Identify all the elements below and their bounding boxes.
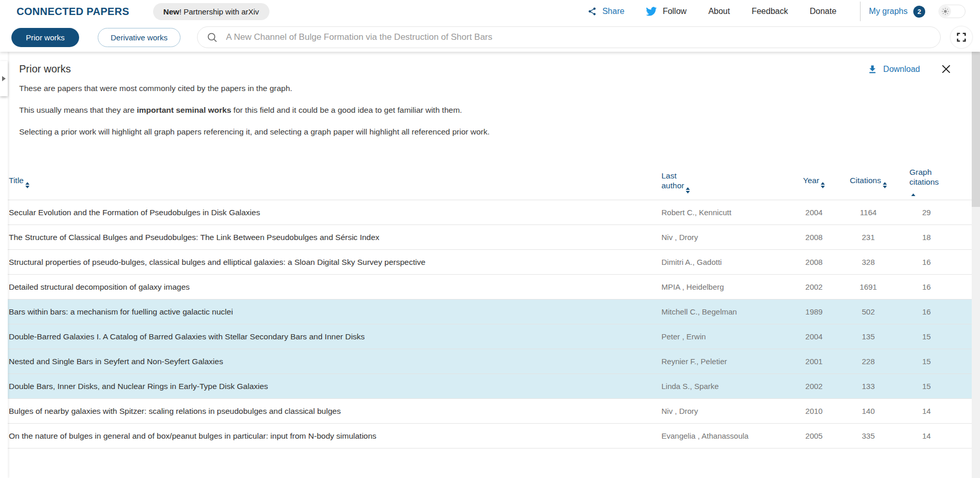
- paper-title-cell: Double-Barred Galaxies I. A Catalog of B…: [9, 332, 661, 341]
- table-row[interactable]: Bulges of nearby galaxies with Spitzer: …: [8, 399, 972, 424]
- citations-cell: 335: [862, 431, 875, 440]
- panel-description: These are papers that were most commonly…: [19, 83, 972, 137]
- table-row[interactable]: Structural properties of pseudo-bulges, …: [8, 250, 972, 275]
- table-row[interactable]: Double Bars, Inner Disks, and Nuclear Ri…: [8, 374, 972, 399]
- feedback-link[interactable]: Feedback: [751, 7, 788, 16]
- column-header-year[interactable]: Year: [803, 175, 825, 188]
- derivative-works-tab[interactable]: Derivative works: [98, 28, 180, 47]
- paper-title-cell: Secular Evolution and the Formation of P…: [9, 208, 661, 217]
- expand-panel-tab[interactable]: [0, 61, 8, 96]
- column-header-citations[interactable]: Citations: [850, 175, 886, 188]
- year-cell: 2001: [805, 357, 822, 366]
- table-row[interactable]: Secular Evolution and the Formation of P…: [8, 200, 972, 225]
- sort-asc-icon: [911, 193, 915, 196]
- last-author-cell: Dimitri A., Gadotti: [661, 258, 788, 266]
- download-button[interactable]: Download: [867, 64, 920, 74]
- panel-scrollbar[interactable]: [972, 52, 980, 478]
- panel-title: Prior works: [19, 63, 71, 75]
- fullscreen-icon: [956, 32, 967, 43]
- graph-citations-cell: 29: [922, 208, 931, 217]
- announcement-highlight: New: [163, 7, 179, 16]
- search-input[interactable]: [225, 32, 931, 43]
- graph-citations-cell: 15: [922, 357, 931, 366]
- table-header-row: Title Last author Year Citations Graph c…: [8, 164, 972, 200]
- paper-title-cell: Nested and Single Bars in Seyfert and No…: [9, 357, 661, 366]
- download-icon: [867, 64, 878, 74]
- top-header: CONNECTED PAPERS New! Partnership with a…: [0, 0, 980, 23]
- table-row[interactable]: Detailed structural decomposition of gal…: [8, 275, 972, 300]
- column-header-title[interactable]: Title: [9, 175, 661, 188]
- graph-citations-cell: 14: [922, 431, 931, 440]
- prior-works-panel: Prior works Download These are papers th…: [8, 52, 972, 478]
- paper-title-cell: Double Bars, Inner Disks, and Nuclear Ri…: [9, 382, 661, 391]
- my-graphs-link[interactable]: My graphs 2: [869, 6, 925, 18]
- sun-icon: [942, 8, 949, 15]
- year-cell: 1989: [805, 307, 822, 316]
- year-cell: 2002: [805, 282, 822, 291]
- paper-title-cell: Structural properties of pseudo-bulges, …: [9, 258, 661, 267]
- graph-citations-cell: 16: [922, 307, 931, 316]
- citations-cell: 133: [862, 382, 875, 391]
- table-row[interactable]: Double-Barred Galaxies I. A Catalog of B…: [8, 324, 972, 349]
- table-row[interactable]: Bars within bars: a mechanism for fuelli…: [8, 300, 972, 324]
- share-link[interactable]: Share: [587, 7, 625, 16]
- paper-title-cell: On the nature of bulges in general and o…: [9, 431, 661, 441]
- paper-title-cell: Bulges of nearby galaxies with Spitzer: …: [9, 407, 661, 416]
- donate-link[interactable]: Donate: [810, 7, 837, 16]
- follow-link[interactable]: Follow: [646, 7, 686, 16]
- citations-cell: 1164: [860, 208, 877, 217]
- caret-right-icon: [2, 76, 6, 81]
- year-cell: 2005: [805, 431, 822, 440]
- scrollbar-thumb[interactable]: [972, 52, 980, 207]
- download-label: Download: [883, 65, 920, 74]
- graph-citations-cell: 15: [922, 382, 931, 391]
- citations-cell: 231: [862, 233, 875, 242]
- table-row[interactable]: Nested and Single Bars in Seyfert and No…: [8, 349, 972, 374]
- description-line-1: These are papers that were most commonly…: [19, 83, 972, 94]
- year-cell: 2010: [805, 407, 822, 415]
- follow-label: Follow: [662, 7, 686, 16]
- citations-cell: 140: [862, 407, 875, 415]
- year-cell: 2002: [805, 382, 822, 391]
- prior-works-tab[interactable]: Prior works: [11, 28, 79, 47]
- theme-toggle-knob: [940, 6, 951, 17]
- fullscreen-button[interactable]: [950, 26, 973, 49]
- arxiv-announcement-pill[interactable]: New! Partnership with arXiv: [153, 3, 269, 20]
- about-link[interactable]: About: [708, 7, 730, 16]
- table-row[interactable]: The Structure of Classical Bulges and Ps…: [8, 225, 972, 250]
- about-label: About: [708, 7, 730, 16]
- share-label: Share: [602, 7, 625, 16]
- connected-papers-logo[interactable]: CONNECTED PAPERS: [17, 6, 129, 18]
- year-cell: 2008: [805, 258, 822, 266]
- column-header-last-author[interactable]: Last author: [661, 171, 696, 193]
- table-row[interactable]: On the nature of bulges in general and o…: [8, 424, 972, 449]
- year-cell: 2008: [805, 233, 822, 242]
- year-cell: 2004: [805, 208, 822, 217]
- citations-cell: 228: [862, 357, 875, 366]
- sort-icon: [883, 182, 887, 188]
- last-author-cell: Niv , Drory: [661, 407, 788, 415]
- graph-citations-cell: 14: [922, 407, 931, 415]
- year-cell: 2004: [805, 332, 822, 341]
- theme-toggle[interactable]: [939, 5, 966, 18]
- close-panel-button[interactable]: [941, 64, 952, 74]
- paper-title-cell: Bars within bars: a mechanism for fuelli…: [9, 307, 661, 317]
- graph-citations-cell: 16: [922, 282, 931, 291]
- last-author-cell: Robert C., Kennicutt: [661, 208, 788, 217]
- graph-citations-cell: 18: [922, 233, 931, 242]
- paper-title-cell: Detailed structural decomposition of gal…: [9, 282, 661, 292]
- citations-cell: 135: [862, 332, 875, 341]
- column-header-graph-citations[interactable]: Graph citations: [910, 167, 944, 197]
- twitter-icon: [646, 7, 657, 16]
- last-author-cell: Niv , Drory: [661, 233, 788, 242]
- search-icon: [207, 32, 218, 43]
- citations-cell: 328: [862, 258, 875, 266]
- paper-search-bar[interactable]: [197, 26, 941, 48]
- last-author-cell: Evangelia , Athanassoula: [661, 431, 788, 440]
- citations-cell: 502: [862, 307, 875, 316]
- content-area: Prior works Download These are papers th…: [0, 52, 980, 478]
- feedback-label: Feedback: [751, 7, 788, 16]
- my-graphs-label: My graphs: [869, 7, 908, 16]
- last-author-cell: Linda S., Sparke: [661, 382, 788, 391]
- description-line-3: Selecting a prior work will highlight al…: [19, 127, 972, 137]
